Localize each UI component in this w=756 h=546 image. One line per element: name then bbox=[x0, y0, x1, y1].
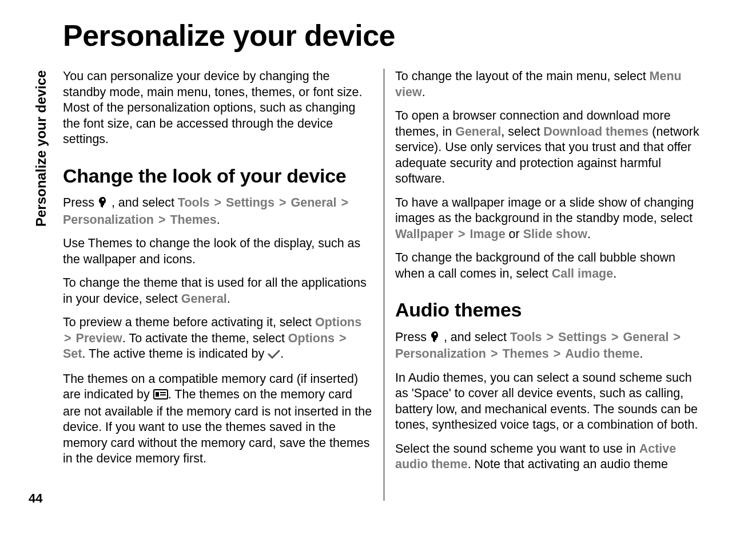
side-tab-label: Personalize your device bbox=[31, 13, 51, 230]
page-title: Personalize your device bbox=[63, 18, 705, 53]
text: To preview a theme before activating it,… bbox=[63, 315, 315, 329]
page: Personalize your device 44 Personalize y… bbox=[0, 0, 756, 546]
label-download-themes: Download themes bbox=[543, 125, 648, 139]
label-settings: Settings bbox=[558, 330, 607, 344]
label-personalization: Personalization bbox=[63, 213, 154, 227]
text: To change the background of the call bub… bbox=[395, 251, 675, 280]
label-options: Options bbox=[315, 315, 361, 329]
text: . To activate the theme, select bbox=[122, 331, 288, 345]
menu-key-icon bbox=[98, 196, 108, 212]
label-themes: Themes bbox=[502, 347, 548, 361]
text: or bbox=[506, 227, 523, 241]
content-columns: You can personalize your device by chang… bbox=[63, 69, 705, 501]
label-call-image: Call image bbox=[552, 267, 614, 280]
separator-icon: > bbox=[610, 330, 620, 344]
text: , and select bbox=[440, 330, 510, 344]
label-personalization: Personalization bbox=[395, 347, 486, 361]
label-settings: Settings bbox=[226, 196, 274, 209]
label-audio-theme: Audio theme bbox=[565, 347, 639, 361]
text: . bbox=[217, 213, 220, 227]
label-image: Image bbox=[469, 227, 505, 241]
label-general: General bbox=[291, 196, 336, 209]
label-themes: Themes bbox=[170, 213, 216, 227]
memory-card-icon bbox=[153, 388, 168, 404]
separator-icon: > bbox=[490, 347, 499, 361]
text: Press bbox=[63, 196, 98, 209]
heading-change-look: Change the look of your device bbox=[63, 164, 372, 189]
text: , and select bbox=[108, 196, 178, 209]
paragraph: To preview a theme before activating it,… bbox=[63, 315, 372, 363]
heading-audio-themes: Audio themes bbox=[395, 298, 705, 323]
paragraph: To have a wallpaper image or a slide sho… bbox=[395, 195, 705, 243]
separator-icon: > bbox=[552, 347, 562, 361]
label-general: General bbox=[623, 330, 669, 344]
paragraph: In Audio themes, you can select a sound … bbox=[395, 370, 705, 433]
separator-icon: > bbox=[546, 330, 555, 344]
paragraph: To change the layout of the main menu, s… bbox=[395, 69, 705, 100]
text: . bbox=[422, 85, 425, 99]
separator-icon: > bbox=[673, 330, 682, 344]
nav-path-themes: Press , and select Tools > Settings > Ge… bbox=[63, 195, 372, 228]
paragraph: Use Themes to change the look of the dis… bbox=[63, 236, 372, 267]
text: To have a wallpaper image or a slide sho… bbox=[395, 196, 694, 225]
nav-path-audio-themes: Press , and select Tools > Settings > Ge… bbox=[395, 330, 705, 362]
label-preview: Preview bbox=[76, 331, 122, 345]
text: . bbox=[613, 267, 616, 280]
label-set: Set bbox=[63, 347, 82, 361]
text: Press bbox=[395, 330, 430, 344]
separator-icon: > bbox=[213, 196, 223, 209]
label-options: Options bbox=[288, 331, 335, 345]
text: . The active theme is indicated by bbox=[82, 347, 268, 361]
text: To change the layout of the main menu, s… bbox=[395, 69, 650, 83]
text: Select the sound scheme you want to use … bbox=[395, 442, 639, 456]
label-tools: Tools bbox=[178, 196, 210, 209]
label-tools: Tools bbox=[510, 330, 542, 344]
separator-icon: > bbox=[278, 196, 288, 209]
label-general: General bbox=[455, 125, 501, 139]
svg-rect-2 bbox=[160, 392, 166, 393]
text: . bbox=[227, 292, 230, 306]
label-slide-show: Slide show bbox=[523, 227, 587, 241]
text: . bbox=[587, 227, 591, 241]
separator-icon: > bbox=[63, 331, 73, 345]
text: , select bbox=[501, 125, 543, 139]
svg-rect-3 bbox=[160, 394, 166, 395]
svg-rect-1 bbox=[156, 392, 159, 397]
separator-icon: > bbox=[338, 331, 348, 345]
intro-paragraph: You can personalize your device by chang… bbox=[63, 69, 372, 148]
menu-key-icon bbox=[430, 331, 440, 347]
label-wallpaper: Wallpaper bbox=[395, 227, 453, 241]
paragraph: To change the theme that is used for all… bbox=[63, 275, 372, 307]
paragraph: The themes on a compatible memory card (… bbox=[63, 371, 372, 467]
label-general: General bbox=[181, 292, 227, 306]
paragraph: Select the sound scheme you want to use … bbox=[395, 441, 705, 473]
paragraph: To change the background of the call bub… bbox=[395, 250, 705, 282]
checkmark-icon bbox=[268, 347, 280, 363]
text: . bbox=[639, 347, 643, 361]
separator-icon: > bbox=[457, 227, 467, 241]
text: . bbox=[280, 347, 284, 361]
paragraph: To open a browser connection and downloa… bbox=[395, 108, 705, 187]
text: . Note that activating an audio theme bbox=[468, 457, 668, 471]
separator-icon: > bbox=[340, 196, 350, 209]
separator-icon: > bbox=[157, 213, 167, 227]
page-number: 44 bbox=[29, 491, 42, 506]
